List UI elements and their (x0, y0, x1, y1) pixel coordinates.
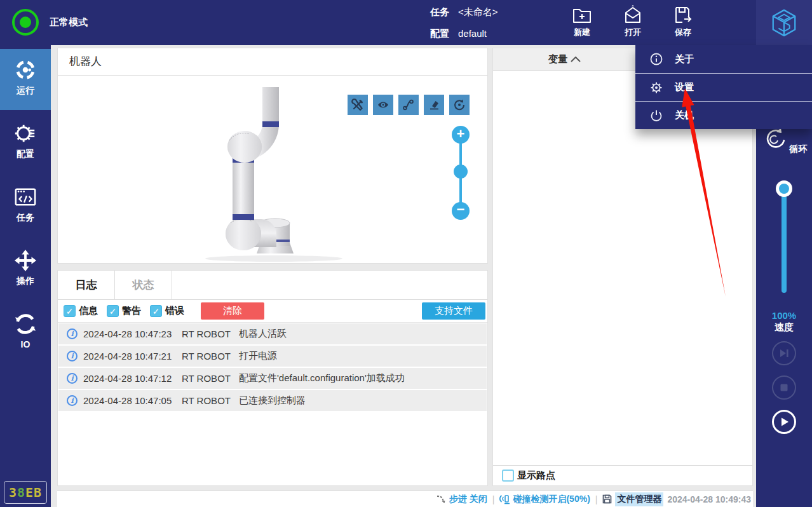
play-button[interactable] (772, 410, 796, 434)
stop-button[interactable] (772, 375, 796, 400)
open-task-button[interactable]: 打开 (613, 3, 653, 43)
top-bar: 正常模式 任务<未命名> 配置default 新建 打开 保存 (0, 0, 812, 45)
save-task-button[interactable]: 保存 (663, 3, 703, 43)
show-waypoints-checkbox[interactable]: 显示路点 (502, 470, 555, 482)
eraser-icon (428, 98, 440, 111)
info-icon: i (67, 351, 78, 362)
path-icon (402, 98, 415, 111)
filter-error-checkbox[interactable]: 错误 (150, 305, 184, 317)
log-filter-row: 信息 警告 错误 清除 支持文件 (58, 300, 487, 323)
robot-panel: 机器人 (57, 48, 488, 264)
eye-icon (377, 98, 389, 111)
config-gear-icon (13, 121, 37, 145)
info-icon: i (67, 328, 78, 339)
separator: | (492, 494, 495, 504)
info-icon: i (67, 373, 78, 384)
stop-icon (778, 381, 790, 394)
step-mode-icon (436, 494, 447, 504)
checkbox-checked-icon (150, 305, 162, 317)
loop-mode-button[interactable]: 循环 (756, 126, 812, 155)
task-row: 任务<未命名> (430, 6, 498, 18)
step-mode-status[interactable]: 步进 关闭 (436, 494, 487, 505)
log-row: i 2024-04-28 10:47:21 RT ROBOT 打开电源 (58, 346, 487, 367)
chevron-up-icon (571, 57, 581, 62)
mode-status-light (12, 9, 39, 36)
show-waypoints-row: 显示路点 (493, 465, 752, 485)
log-row: i 2024-04-28 10:47:12 RT ROBOT 配置文件'defa… (58, 368, 487, 389)
log-row: i 2024-04-28 10:47:05 RT ROBOT 已连接到控制器 (58, 390, 487, 411)
sidebar-item-run[interactable]: 运行 (0, 49, 51, 110)
filter-info-checkbox[interactable]: 信息 (64, 305, 98, 317)
menu-item-settings[interactable]: 设置 (635, 73, 812, 101)
support-files-button[interactable]: 支持文件 (422, 302, 485, 320)
checkbox-unchecked-icon (502, 470, 514, 482)
reset-view-button[interactable] (449, 95, 470, 115)
config-label: 配置 (430, 28, 449, 39)
left-sidebar: 运行 配置 任务 操作 IO (0, 45, 51, 507)
checkbox-checked-icon (107, 305, 119, 317)
log-row: i 2024-04-28 10:47:23 RT ROBOT 机器人活跃 (58, 323, 487, 344)
gear-icon (649, 81, 663, 95)
tab-status[interactable]: 状态 (115, 271, 172, 299)
robot-view-toolbar (348, 95, 470, 115)
checkbox-checked-icon (64, 305, 76, 317)
config-row: 配置default (430, 28, 487, 40)
menu-item-shutdown[interactable]: 关机 (635, 101, 812, 129)
file-manager-icon (602, 494, 612, 504)
new-task-button[interactable]: 新建 (562, 3, 602, 43)
robot-panel-title: 机器人 (58, 48, 487, 76)
zoom-in-button[interactable]: + (452, 126, 470, 144)
log-entry-list: i 2024-04-28 10:47:23 RT ROBOT 机器人活跃 i 2… (58, 323, 487, 411)
task-value: <未命名> (458, 6, 498, 17)
trajectory-button[interactable] (398, 95, 419, 115)
run-icon (13, 58, 37, 82)
io-cycle-icon (13, 312, 37, 336)
collision-icon (499, 494, 510, 504)
filter-warning-checkbox[interactable]: 警告 (107, 305, 141, 317)
info-icon (649, 52, 663, 66)
tools-icon (351, 98, 364, 111)
step-forward-icon (778, 347, 790, 360)
task-code-icon (13, 185, 37, 209)
step-button[interactable] (772, 341, 796, 365)
status-timestamp: 2024-04-28 10:49:43 (667, 494, 751, 504)
log-tabs: 日志 状态 (58, 271, 487, 300)
task-label: 任务 (430, 6, 449, 17)
rotate-icon (453, 98, 466, 111)
menu-item-about[interactable]: 关于 (635, 45, 812, 73)
speed-slider-handle[interactable] (776, 180, 792, 197)
sidebar-item-io[interactable]: IO (0, 303, 51, 364)
info-icon: i (67, 395, 78, 406)
sidebar-item-operate[interactable]: 操作 (0, 240, 51, 301)
speed-slider-track[interactable] (782, 187, 787, 293)
brand-cube-logo-icon (769, 8, 799, 38)
zoom-slider-handle[interactable] (454, 165, 468, 179)
separator: | (595, 494, 598, 504)
speed-value: 100% (756, 310, 812, 321)
speed-label: 速度 (756, 321, 812, 334)
system-dropdown-menu: 关于 设置 关机 (635, 45, 812, 129)
visibility-button[interactable] (373, 95, 393, 115)
sidebar-item-config[interactable]: 配置 (0, 112, 51, 173)
tab-log[interactable]: 日志 (58, 271, 115, 299)
collision-detection-status[interactable]: 碰撞检测开启(50%) (499, 494, 590, 505)
erase-button[interactable] (424, 95, 444, 115)
save-icon (672, 4, 694, 26)
loop-cycle-icon (761, 126, 787, 152)
app-menu-button[interactable] (756, 0, 812, 45)
clear-log-button[interactable]: 清除 (201, 302, 264, 320)
config-value: default (458, 28, 487, 39)
status-bar: 步进 关闭 | 碰撞检测开启(50%) | 文件管理器 2024-04-28 1… (57, 490, 753, 507)
open-envelope-icon (622, 4, 644, 26)
variables-title: 变量 (548, 53, 567, 65)
tools-button[interactable] (348, 95, 368, 115)
zoom-out-button[interactable]: − (452, 202, 470, 220)
play-icon (778, 416, 790, 428)
file-manager-button[interactable]: 文件管理器 (602, 492, 663, 506)
hex-status-badge: 38EB (4, 481, 47, 504)
sidebar-item-task[interactable]: 任务 (0, 176, 51, 237)
new-folder-icon (571, 4, 593, 26)
mode-label: 正常模式 (50, 17, 88, 29)
move-arrows-icon (13, 248, 37, 273)
zoom-control: + − (452, 126, 470, 220)
